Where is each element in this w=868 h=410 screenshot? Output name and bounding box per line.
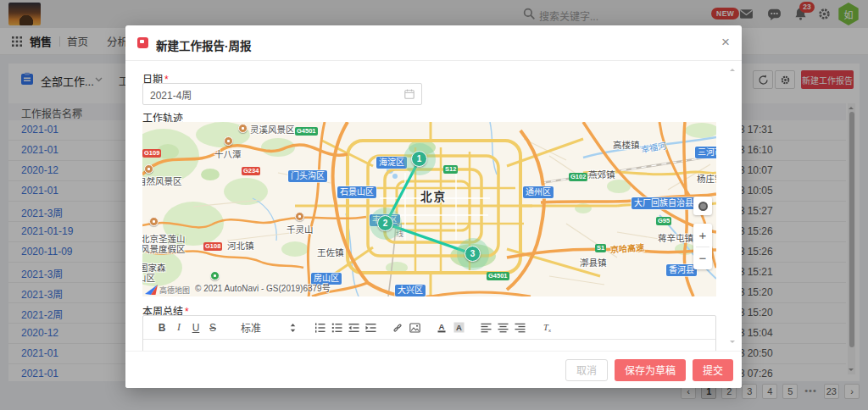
- background-color-icon[interactable]: A: [450, 319, 467, 336]
- map-label-district: 门头沟区: [288, 170, 327, 182]
- modal-title: 新建工作报告·周报: [156, 36, 252, 53]
- outdent-icon[interactable]: [345, 319, 362, 336]
- map-label-district: 大厂回族自治县: [632, 197, 696, 209]
- locate-icon: [698, 202, 708, 211]
- map-zoom-control: + −: [693, 224, 712, 269]
- font-size-icon[interactable]: [284, 319, 301, 336]
- map-label-town: 杨庄镇: [697, 172, 716, 185]
- map-label-town: 燕郊镇: [588, 168, 615, 180]
- svg-text:A: A: [456, 323, 462, 332]
- map-label-roadname: 京哈高速: [610, 241, 645, 256]
- scenic-poi-icon: [295, 212, 304, 221]
- indent-icon[interactable]: [362, 319, 379, 336]
- zoom-out-button[interactable]: −: [693, 247, 712, 270]
- map-label-town: 千灵山: [287, 223, 314, 235]
- map-label-badge-red: G234: [242, 167, 260, 175]
- clear-format-icon[interactable]: Tx: [538, 319, 555, 336]
- map-label-badge-red: G109: [142, 149, 161, 158]
- font-color-icon[interactable]: A: [433, 319, 450, 336]
- map-label-layer: 门头沟区海淀区石景山区通州区丰台区三河市大厂回族自治县房山区香河县大兴区十八潭灵…: [142, 122, 716, 296]
- amap-logo-icon: [144, 284, 159, 296]
- align-right-icon[interactable]: [511, 319, 528, 336]
- map-label-town: 王佐镇: [317, 246, 344, 258]
- align-center-icon[interactable]: [494, 319, 511, 336]
- map-label-badge-red: G108: [203, 242, 222, 251]
- scenic-poi-icon: [149, 217, 159, 226]
- zoom-in-button[interactable]: +: [693, 224, 712, 247]
- insert-link-icon[interactable]: [389, 319, 406, 336]
- map-copyright: © 2021 AutoNavi - GS(2019)6379号: [195, 281, 331, 294]
- map-label-town: 高楼镇: [613, 138, 640, 151]
- modal-header: 新建工作报告·周报 ×: [125, 25, 742, 61]
- map-label-badge-green: G4501: [295, 127, 318, 136]
- report-icon: [137, 37, 148, 48]
- map-label-town: 河北镇: [227, 239, 254, 252]
- map-label-town: 蒋辛屯镇: [658, 231, 693, 244]
- modal-scroll-down-arrow[interactable]: [730, 341, 735, 346]
- map-label-badge-green: G95: [656, 217, 671, 225]
- locate-button[interactable]: [693, 197, 712, 215]
- map-label-water: 幸福河: [640, 139, 667, 156]
- insert-image-icon[interactable]: [406, 319, 423, 336]
- date-value: 2021-4周: [150, 87, 404, 102]
- unordered-list-icon[interactable]: [328, 319, 345, 336]
- map-label-badge-green: G102: [569, 173, 587, 181]
- map-label-district: 香河县: [666, 264, 697, 276]
- underline-button[interactable]: U: [187, 319, 204, 336]
- map-label-city: 北京: [420, 187, 447, 204]
- map-label-rail: 九线: [394, 222, 405, 237]
- amap-logo: 高德地图: [144, 284, 190, 296]
- new-report-modal: 新建工作报告·周报 × 日期* 2021-4周 工作轨迹: [125, 25, 742, 388]
- strikethrough-button[interactable]: S: [204, 319, 221, 336]
- date-input[interactable]: 2021-4周: [142, 83, 422, 105]
- work-track-map[interactable]: 门头沟区海淀区石景山区通州区丰台区三河市大厂回族自治县房山区香河县大兴区十八潭灵…: [142, 122, 716, 296]
- bold-button[interactable]: B: [153, 319, 170, 336]
- amap-logo-text: 高德地图: [159, 285, 190, 296]
- scenic-poi-icon: [224, 136, 233, 146]
- scenic-poi-icon: [144, 164, 153, 174]
- map-label-town: 灵溪风景区: [250, 123, 295, 136]
- svg-text:A: A: [439, 322, 445, 331]
- map-label-town: 风景度假区: [142, 242, 186, 255]
- calendar-icon: [404, 89, 415, 99]
- map-label-town: 漷县镇: [580, 256, 607, 269]
- map-label-district: 通州区: [523, 186, 554, 198]
- ordered-list-icon[interactable]: [311, 319, 328, 336]
- svg-text:x: x: [548, 328, 551, 333]
- editor-toolbar: BIUS标准AATx: [143, 316, 715, 340]
- map-label-badge-green: S12: [443, 165, 458, 174]
- save-draft-button[interactable]: 保存为草稿: [615, 359, 686, 381]
- map-label-town: 山区: [142, 271, 155, 284]
- map-label-badge-green: S1: [595, 244, 606, 252]
- map-label-district: 三河市: [695, 147, 716, 158]
- submit-button[interactable]: 提交: [693, 359, 733, 381]
- map-label-town: 自然风景区: [142, 175, 182, 187]
- close-icon[interactable]: ×: [721, 34, 730, 51]
- map-label-district: 海淀区: [376, 157, 407, 169]
- map-label-district: 石景山区: [337, 186, 376, 198]
- italic-button[interactable]: I: [170, 319, 187, 336]
- paragraph-style-button[interactable]: 标准: [231, 319, 270, 336]
- park-poi-icon: [210, 271, 220, 280]
- map-label-badge-green: G4501: [487, 272, 509, 280]
- cancel-button[interactable]: 取消: [565, 359, 608, 381]
- scenic-poi-icon: [238, 124, 248, 133]
- map-label-town: 十八潭: [214, 147, 242, 160]
- align-left-icon[interactable]: [477, 319, 494, 336]
- modal-footer: 取消 保存为草稿 提交: [125, 351, 742, 388]
- modal-scroll-up-arrow[interactable]: [730, 66, 735, 71]
- map-label-district: 大兴区: [395, 285, 426, 296]
